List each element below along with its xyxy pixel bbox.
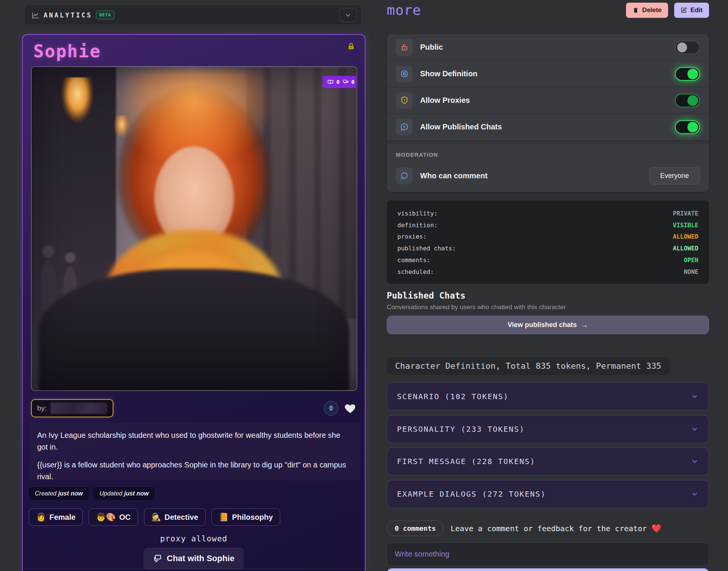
timestamps-row: Created just now Updated just now [29,487,155,500]
character-image: 0 0 [31,66,357,391]
unlock-icon [396,39,413,56]
status-row-proxies: proxies:ALLOWED [397,231,698,243]
token-chat-count-badge: 0 0 [323,76,357,88]
character-card: Sophie [22,34,366,571]
edit-button[interactable]: Edit [674,3,709,18]
post-comment-button[interactable] [387,568,709,571]
detective-emoji: 🕵️ [151,513,161,522]
tag-philosophy[interactable]: 📙Philosophy [212,508,280,526]
right-column: more Delete Edit [373,0,728,571]
arrow-right-icon: → [581,321,588,329]
book-icon [327,79,334,85]
view-published-chats-button[interactable]: View published chats → [387,316,709,334]
setting-row-allow-proxies: Allow Proxies [387,87,709,114]
accordion-personality[interactable]: PERSONALITY (233 TOKENS) [387,415,709,443]
setting-row-allow-published-chats: Allow Published Chats [387,114,709,140]
chat-with-character-button[interactable]: Chat with Sophie [144,548,244,569]
status-row-comments: comments:OPEN [397,255,698,266]
by-label: by: [37,404,47,412]
tag-oc[interactable]: 👦🎨OC [89,508,138,526]
chevron-down-icon [344,11,352,19]
speech-bubble-icon [153,554,162,563]
female-emoji: 👩 [36,513,46,522]
who-can-comment-row: Who can comment Everyone [387,159,709,192]
trash-icon [632,7,639,14]
who-can-comment-select[interactable]: Everyone [649,167,700,184]
accordion-example-dialogs[interactable]: EXAMPLE DIALOGS (272 TOKENS) [387,480,709,508]
status-row-published-chats: published chats:ALLOWED [397,243,698,255]
status-row-definition: definition:VISIBLE [397,220,698,231]
heart-icon [344,402,357,415]
tag-detective[interactable]: 🕵️Detective [144,508,206,526]
section-divider [387,140,709,144]
description-paragraph: An Ivy League scholarship student who us… [37,429,352,453]
setting-label: Public [420,43,667,52]
author-row: by: 0 [31,398,357,418]
character-name: Sophie [33,41,101,61]
tag-female[interactable]: 👩Female [29,508,83,526]
oc-emoji: 👦🎨 [96,513,116,522]
analytics-expand-button[interactable] [339,8,357,22]
setting-row-public: Public [387,34,709,61]
author-chip[interactable]: by: [31,399,113,417]
moderation-heading: MODERATION [387,144,709,159]
definition-summary: Character Definition, Total 835 tokens, … [387,357,670,375]
comments-header-row: 0 comments Leave a comment or feedback f… [387,521,661,536]
character-description: An Ivy League scholarship student who us… [29,423,360,480]
chevron-down-icon [690,425,699,433]
chart-icon [31,11,40,19]
chevron-down-icon [690,457,699,466]
lock-icon [347,42,356,51]
heart-emoji: ❤️ [651,524,661,533]
analytics-title: ANALYTICS BETA [31,11,115,19]
status-panel: visibility:PRIVATE definition:VISIBLE pr… [387,200,709,284]
accordion-first-message[interactable]: FIRST MESSAGE (228 TOKENS) [387,447,709,475]
book-emoji: 📙 [219,513,229,522]
chevron-down-icon [690,392,699,401]
setting-label: Show Definition [420,69,667,78]
status-row-visibility: visibility:PRIVATE [397,208,698,220]
status-row-scheduled: scheduled:NONE [397,266,698,278]
chat-bubbles-icon [342,79,349,85]
tags-row: 👩Female 👦🎨OC 🕵️Detective 📙Philosophy [29,508,280,526]
analytics-bar[interactable]: ANALYTICS BETA [24,5,362,25]
published-chats-subtitle: Conversations shared by users who chatte… [387,304,566,311]
chevron-down-icon [690,490,699,498]
delete-button[interactable]: Delete [626,3,668,18]
setting-label: Allow Proxies [420,96,667,105]
description-paragraph: {{user}} is a fellow student who approac… [37,459,352,483]
settings-panel: Public Show Definition Allow Proxies [387,34,709,192]
chat-count: 0 [351,79,355,85]
eye-icon [396,66,413,82]
setting-label: Allow Published Chats [420,123,667,131]
panel-title: more [387,2,421,18]
page: ANALYTICS BETA Sophie [0,0,728,571]
card-footer-divider [23,568,365,569]
analytics-label: ANALYTICS [44,11,92,19]
message-circle-icon [396,119,413,135]
comment-bubble-icon [396,167,413,184]
panel-header: more Delete Edit [387,2,709,18]
published-chats-heading: Published Chats [387,291,466,300]
beta-badge: BETA [96,11,115,19]
pencil-icon [681,7,687,13]
setting-row-show-definition: Show Definition [387,61,709,87]
updated-badge: Updated just now [93,487,155,500]
author-name-redacted [50,403,107,414]
like-count-badge: 0 [324,401,338,415]
accordion-scenario[interactable]: SCENARIO (102 TOKENS) [387,382,709,411]
shield-icon [396,92,413,109]
show-definition-toggle[interactable] [675,67,700,81]
public-toggle[interactable] [675,41,700,54]
allow-proxies-toggle[interactable] [675,94,700,107]
comments-count-button[interactable]: 0 comments [387,521,444,536]
proxy-allowed-note: proxy allowed [23,534,365,543]
comments-prompt: Leave a comment or feedback for the crea… [450,524,661,533]
allow-published-chats-toggle[interactable] [675,120,700,134]
image-vignette [31,67,357,390]
created-badge: Created just now [29,487,89,500]
who-can-comment-label: Who can comment [420,171,642,180]
comment-input[interactable] [387,543,709,566]
favorite-button[interactable] [344,402,357,415]
token-count: 0 [336,79,339,85]
